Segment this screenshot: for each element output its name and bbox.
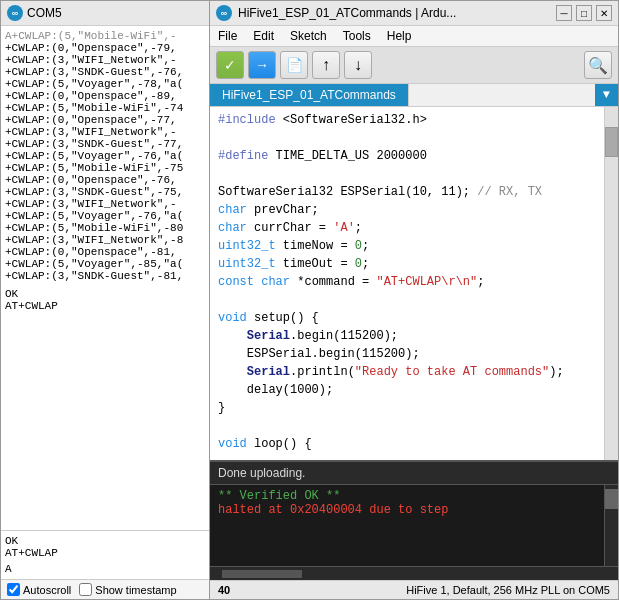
com5-line: +CWLAP:(3,"SNDK-Guest",-81,: [5, 270, 205, 282]
com5-line: +CWLAP:(3,"WIFI_Network",-: [5, 198, 205, 210]
maximize-button[interactable]: □: [576, 5, 592, 21]
code-line-2: [218, 129, 596, 147]
com5-titlebar: ∞ COM5: [1, 1, 209, 26]
menu-tools[interactable]: Tools: [341, 28, 373, 44]
serial-header: Done uploading.: [210, 462, 618, 485]
close-button[interactable]: ✕: [596, 5, 612, 21]
com5-line: +CWLAP:(3,"SNDK-Guest",-77,: [5, 138, 205, 150]
show-timestamp-checkbox[interactable]: [79, 583, 92, 596]
com5-window: ∞ COM5 A+CWLAP:(5,"Mobile-WiFi",- +CWLAP…: [0, 0, 210, 600]
menu-file[interactable]: File: [216, 28, 239, 44]
autoscroll-label[interactable]: Autoscroll: [7, 583, 71, 596]
com5-content[interactable]: A+CWLAP:(5,"Mobile-WiFi",- +CWLAP:(0,"Op…: [1, 26, 209, 530]
com5-line: +CWLAP:(5,"Voyager",-78,"a(: [5, 78, 205, 90]
code-area[interactable]: #include <SoftwareSerial32.h> #define TI…: [210, 107, 604, 460]
verify-button[interactable]: ✓: [216, 51, 244, 79]
serial-line-2: halted at 0x20400004 due to step: [218, 503, 596, 517]
menu-sketch[interactable]: Sketch: [288, 28, 329, 44]
com5-line: +CWLAP:(3,"SNDK-Guest",-76,: [5, 66, 205, 78]
tab-arrow[interactable]: ▼: [595, 84, 618, 106]
new-button[interactable]: 📄: [280, 51, 308, 79]
com5-line: +CWLAP:(5,"Mobile-WiFi",-80: [5, 222, 205, 234]
menu-edit[interactable]: Edit: [251, 28, 276, 44]
code-line-7: char currChar = 'A';: [218, 219, 596, 237]
arduino-toolbar: ✓ → 📄 ↑ ↓ 🔍: [210, 47, 618, 84]
arduino-title-buttons: ─ □ ✕: [556, 5, 612, 21]
arduino-menubar: File Edit Sketch Tools Help: [210, 26, 618, 47]
code-scrollbar[interactable]: [604, 107, 618, 460]
serial-scrollbar[interactable]: [604, 485, 618, 566]
com5-line: +CWLAP:(5,"Voyager",-76,"a(: [5, 150, 205, 162]
com5-line: +CWLAP:(5,"Voyager",-85,"a(: [5, 258, 205, 270]
com5-line: +CWLAP:(5,"Voyager",-76,"a(: [5, 210, 205, 222]
serial-content[interactable]: ** Verified OK ** halted at 0x20400004 d…: [210, 485, 604, 566]
show-timestamp-label[interactable]: Show timestamp: [79, 583, 176, 596]
code-line-18: [218, 417, 596, 435]
code-line-16: delay(1000);: [218, 381, 596, 399]
status-bar: 40 HiFive 1, Default, 256 MHz PLL on COM…: [210, 580, 618, 599]
code-scrollbar-thumb[interactable]: [605, 127, 618, 157]
com5-bottom-bar: Autoscroll Show timestamp: [1, 579, 209, 599]
code-line-9: uint32_t timeOut = 0;: [218, 255, 596, 273]
code-line-1: #include <SoftwareSerial32.h>: [218, 111, 596, 129]
serial-scrollbar-thumb[interactable]: [605, 489, 618, 509]
line-number: 40: [218, 584, 230, 596]
code-line-6: char prevChar;: [218, 201, 596, 219]
upload-button[interactable]: →: [248, 51, 276, 79]
com5-a-label: A: [5, 563, 205, 575]
code-line-17: }: [218, 399, 596, 417]
serial-monitor: Done uploading. ** Verified OK ** halted…: [210, 460, 618, 580]
code-line-10: const char *command = "AT+CWLAP\r\n";: [218, 273, 596, 291]
com5-line: +CWLAP:(3,"SNDK-Guest",-75,: [5, 186, 205, 198]
com5-line: +CWLAP:(0,"Openspace",-76,: [5, 174, 205, 186]
arduino-title-left: ∞ HiFive1_ESP_01_ATCommands | Ardu...: [216, 5, 456, 21]
com5-line: +CWLAP:(0,"Openspace",-89,: [5, 90, 205, 102]
com5-line: +CWLAP:(0,"Openspace",-77,: [5, 114, 205, 126]
code-line-8: uint32_t timeNow = 0;: [218, 237, 596, 255]
com5-line: +CWLAP:(5,"Mobile-WiFi",-74: [5, 102, 205, 114]
code-line-19: void loop() {: [218, 435, 596, 453]
toolbar-buttons: ✓ → 📄 ↑ ↓: [216, 51, 372, 79]
com5-at-cwlap2: AT+CWLAP: [5, 547, 205, 559]
code-line-3: #define TIME_DELTA_US 2000000: [218, 147, 596, 165]
com5-at-cwlap1: AT+CWLAP: [5, 300, 205, 312]
com5-line: +CWLAP:(5,"Mobile-WiFi",-75: [5, 162, 205, 174]
file-tab-active[interactable]: HiFive1_ESP_01_ATCommands: [210, 84, 409, 106]
autoscroll-checkbox[interactable]: [7, 583, 20, 596]
com5-line: +CWLAP:(0,"Openspace",-79,: [5, 42, 205, 54]
com5-icon: ∞: [7, 5, 23, 21]
com5-ok2: OK: [5, 535, 205, 547]
com5-line: +CWLAP:(3,"WIFI_Network",-: [5, 54, 205, 66]
code-line-4: [218, 165, 596, 183]
serial-line-1: ** Verified OK **: [218, 489, 596, 503]
code-line-11: [218, 291, 596, 309]
com5-ok1: OK: [5, 288, 205, 300]
board-info: HiFive 1, Default, 256 MHz PLL on COM5: [406, 584, 610, 596]
com5-line: +CWLAP:(3,"WIFI_Network",-: [5, 126, 205, 138]
open-button[interactable]: ↑: [312, 51, 340, 79]
arduino-icon: ∞: [216, 5, 232, 21]
code-scroll-area: #include <SoftwareSerial32.h> #define TI…: [210, 107, 618, 460]
code-line-15: Serial.println("Ready to take AT command…: [218, 363, 596, 381]
code-line-5: SoftwareSerial32 ESPSerial(10, 11); // R…: [218, 183, 596, 201]
serial-bottom-scroll[interactable]: [210, 566, 618, 580]
serial-scroll-area: ** Verified OK ** halted at 0x20400004 d…: [210, 485, 618, 566]
com5-line: +CWLAP:(0,"Openspace",-81,: [5, 246, 205, 258]
com5-line: A+CWLAP:(5,"Mobile-WiFi",-: [5, 30, 205, 42]
code-line-14: ESPSerial.begin(115200);: [218, 345, 596, 363]
arduino-titlebar: ∞ HiFive1_ESP_01_ATCommands | Ardu... ─ …: [210, 1, 618, 26]
serial-h-scrollbar-thumb[interactable]: [222, 570, 302, 578]
com5-title: COM5: [27, 6, 62, 20]
save-button[interactable]: ↓: [344, 51, 372, 79]
code-line-13: Serial.begin(115200);: [218, 327, 596, 345]
com5-line: +CWLAP:(3,"WIFI_Network",-8: [5, 234, 205, 246]
code-line-12: void setup() {: [218, 309, 596, 327]
com5-status-area: OK AT+CWLAP A: [1, 530, 209, 579]
serial-monitor-button[interactable]: 🔍: [584, 51, 612, 79]
file-tab-bar: HiFive1_ESP_01_ATCommands ▼: [210, 84, 618, 107]
arduino-window: ∞ HiFive1_ESP_01_ATCommands | Ardu... ─ …: [209, 0, 619, 600]
minimize-button[interactable]: ─: [556, 5, 572, 21]
menu-help[interactable]: Help: [385, 28, 414, 44]
arduino-title: HiFive1_ESP_01_ATCommands | Ardu...: [238, 6, 456, 20]
